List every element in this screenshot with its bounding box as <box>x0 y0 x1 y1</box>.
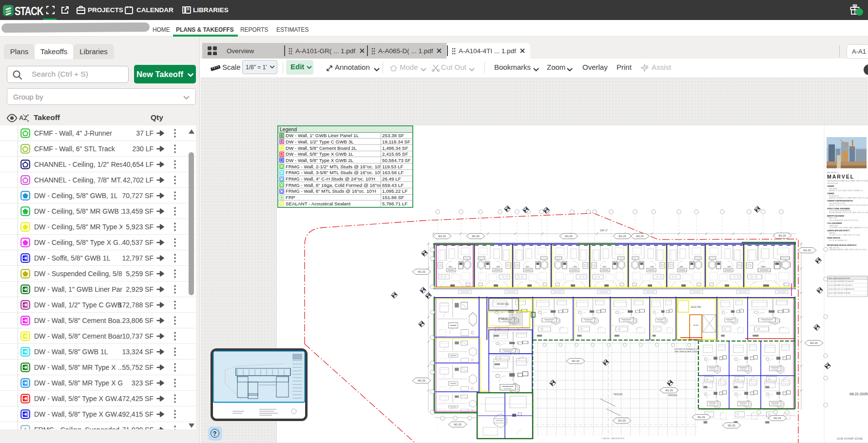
svg-text:CARMINE BARNEY LANE, NEW YORK,: CARMINE BARNEY LANE, NEW YORK, NY 10013 <box>829 249 867 251</box>
svg-text:LANDSCAPE ARCHITECT: LANDSCAPE ARCHITECT <box>827 230 850 232</box>
svg-text:01.30.2024 SUPERINTO DESIGN: 01.30.2024 SUPERINTO DESIGN <box>829 281 854 282</box>
svg-text:MEP/FP ENGINEER: MEP/FP ENGINEER <box>827 215 844 217</box>
svg-text:AZ: AZ <box>19 114 27 121</box>
svg-text:OWNER'S REPRESENTATIVE: OWNER'S REPRESENTATIVE <box>827 200 853 202</box>
svg-text:W1-2S: W1-2S <box>810 342 818 344</box>
svg-text:W1-2S: W1-2S <box>454 423 462 426</box>
svg-text:W1-2S: W1-2S <box>472 235 480 238</box>
svg-text:REV. DATE DESCRIPTION: REV. DATE DESCRIPTION <box>829 278 850 280</box>
svg-text:OWNER: OWNER <box>827 193 834 195</box>
svg-text:4 CENTER POINT DRIVE LAKE, LAF: 4 CENTER POINT DRIVE LAKE, LAFAYETTE CT … <box>829 227 868 229</box>
svg-text:OWNER: OWNER <box>827 185 834 187</box>
svg-text:DOB STAMP ZONE: DOB STAMP ZONE <box>837 437 863 440</box>
svg-text:W1-2S: W1-2S <box>572 360 579 362</box>
svg-text:W1-2S: W1-2S <box>418 270 425 273</box>
svg-text:148 37TH AVENUE 34TH FL, NJ 07: 148 37TH AVENUE 34TH FL, NJ 07102 <box>829 220 858 222</box>
svg-text:145 HUDSON STREET FL10, NEW YO: 145 HUDSON STREET FL10, NEW YORK, NY 100… <box>827 180 868 182</box>
svg-text:STRUCTURAL ENGINEER: STRUCTURAL ENGINEER <box>827 208 850 210</box>
svg-text:03.21.2024 MEP UPD 30 DISCO: 03.21.2024 MEP UPD 30 DISCO <box>829 284 853 286</box>
svg-text:FENCED: FENCED <box>614 393 623 396</box>
svg-text:MARVEL: MARVEL <box>827 174 854 180</box>
svg-text:08.30.2024 50% DD SUBMISSION: 08.30.2024 50% DD SUBMISSION <box>829 288 854 290</box>
svg-text:STAIR A2: STAIR A2 <box>498 318 508 320</box>
svg-text:W1-2S: W1-2S <box>618 235 626 238</box>
svg-text:IN TOD NO SEISMO-CD: IN TOD NO SEISMO-CD <box>829 240 848 242</box>
svg-text:08.22.2025 ISSUED FOR BID: 08.22.2025 ISSUED FOR BID <box>829 292 851 294</box>
svg-text:W1-2S: W1-2S <box>773 417 781 420</box>
svg-text:METAPHASE DESIGN GRAPHICS: METAPHASE DESIGN GRAPHICS <box>827 244 857 246</box>
svg-text:W1-2S: W1-2S <box>565 235 573 238</box>
svg-text:W1-2S: W1-2S <box>697 416 705 419</box>
svg-text:111 GELSTON PL, NEW YORK, NY 1: 111 GELSTON PL, NEW YORK, NY 11201 <box>829 234 860 236</box>
svg-text:SEE LANDSCAPE DWGS: SEE LANDSCAPE DWGS <box>675 350 698 353</box>
svg-text:W1-2S: W1-2S <box>665 389 673 392</box>
svg-text:AVENIR 57-33 ST PAUL DEVELOPME: AVENIR 57-33 ST PAUL DEVELOPMENT LLC <box>829 190 864 192</box>
svg-text:W1-2S: W1-2S <box>778 234 786 237</box>
svg-text:08.22.2025: 08.22.2025 <box>849 392 868 396</box>
svg-text:ROOM SAE: ROOM SAE <box>497 303 509 305</box>
svg-text:FENCED: FENCED <box>668 394 677 397</box>
svg-text:W1-2S: W1-2S <box>418 379 425 382</box>
svg-text:W1-2S: W1-2S <box>728 424 735 427</box>
svg-text:800 BROADWAY 4TH FLOOR, NEW YO: 800 BROADWAY 4TH FLOOR, NEW YORK, NY 100… <box>829 212 868 214</box>
svg-text:HEAD DESIGN: HEAD DESIGN <box>827 237 840 239</box>
svg-text:W1-2S: W1-2S <box>618 419 626 422</box>
svg-text:CIVIL ENGINEER: CIVIL ENGINEER <box>827 222 842 224</box>
svg-text:W1-2S: W1-2S <box>636 235 644 238</box>
svg-text:212 616 9100: 212 616 9100 <box>827 182 838 184</box>
svg-text:AVENUE CHINERS, 125 PARK NEW Y: AVENUE CHINERS, 125 PARK NEW YORK, NY 10… <box>829 197 868 199</box>
svg-text:W1-2S: W1-2S <box>438 235 446 238</box>
svg-text:134'-2": 134'-2" <box>599 229 608 232</box>
svg-text:ELEV: ELEV <box>694 324 699 326</box>
svg-text:W1-2S: W1-2S <box>803 249 811 252</box>
svg-text:ELEC RM: ELEC RM <box>691 306 701 308</box>
svg-text:ENGEL 10TH ST 7TH FLOOR, NY 11: ENGEL 10TH ST 7TH FLOOR, NY 11249 718 38… <box>829 204 868 206</box>
svg-text:1-5A UNI - RA (LEGS-MY): 1-5A UNI - RA (LEGS-MY) <box>601 437 625 440</box>
